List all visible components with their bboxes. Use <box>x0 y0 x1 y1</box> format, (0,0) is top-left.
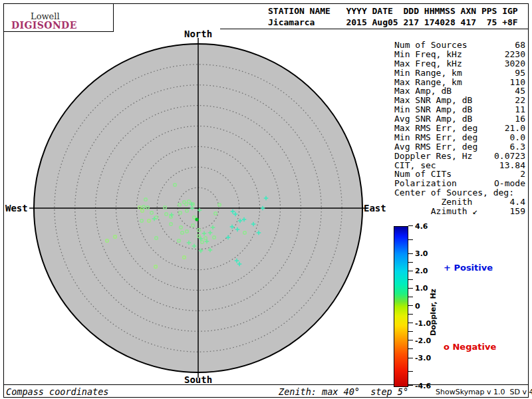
stat-label: Min Freq, kHz <box>394 50 462 59</box>
stat-value: 95 <box>515 68 525 78</box>
stat-row: Min Freq, kHz2230 <box>394 50 525 59</box>
stat-label: Avg RMS Err, deg <box>394 142 477 152</box>
colorbar-tick-label: 2.0 <box>415 267 428 275</box>
stat-row: Avg SNR Amp, dB16 <box>394 114 525 124</box>
stat-value: 68 <box>515 41 525 50</box>
footer-divider <box>3 384 529 385</box>
stat-value: 4.4 <box>510 198 525 207</box>
footer-version-label: ShowSkymap v 1.0 SD v 4.2 <box>436 388 532 396</box>
stat-label: Doppler Res, Hz <box>394 152 472 161</box>
colorbar-tick <box>408 348 413 349</box>
stat-row: Num of Sources68 <box>394 41 525 50</box>
colorbar-tick <box>408 305 413 306</box>
colorbar-tick <box>408 340 413 340</box>
stat-label: Avg SNR Amp, dB <box>394 114 472 124</box>
colorbar-tick <box>408 358 413 358</box>
legend-positive: + Positive <box>444 263 493 273</box>
stat-label: Zenith <box>394 198 472 207</box>
colorbar-tick <box>408 331 413 332</box>
stat-value: 45 <box>515 86 525 96</box>
stat-label: Min RMS Err, deg <box>394 133 477 142</box>
stat-label: Polarization <box>394 179 457 188</box>
stat-row: CIT, sec13.84 <box>394 161 525 170</box>
stat-value: 22 <box>515 96 525 105</box>
stat-row: Max Range, km110 <box>394 78 525 87</box>
stat-label: Max SNR Amp, dB <box>394 96 472 105</box>
colorbar-tick-label: 1.0 <box>415 285 428 292</box>
footer-zenith-label: Zenith: max 40° step 5° <box>279 386 408 397</box>
colorbar-tick <box>408 371 413 372</box>
stat-label: Max Freq, kHz <box>394 59 462 68</box>
stat-value: 13.84 <box>499 161 525 170</box>
stat-value: 110 <box>510 78 525 87</box>
stat-value: O-mode <box>494 179 525 188</box>
stat-value: 0.0 <box>510 133 525 142</box>
stat-value: 6.3 <box>510 142 525 152</box>
stat-value: 2230 <box>505 50 525 59</box>
stat-label: Max RMS Err, deg <box>394 124 477 133</box>
colorbar-tick <box>408 271 413 271</box>
colorbar-tick-label: 4.6 <box>415 223 428 230</box>
stat-value: 3020 <box>505 59 525 68</box>
stat-label: Center of Sources, deg: <box>394 188 514 198</box>
header-columns: STATION NAME YYYY DATE DDD HHMMSS AXN PP… <box>268 6 518 16</box>
logo-digisonde-text: DIGISONDE <box>11 20 77 31</box>
stat-row: Doppler Res, Hz0.0723 <box>394 152 525 161</box>
header-divider <box>220 29 529 29</box>
stat-label: Min SNR Amp, dB <box>394 105 472 114</box>
colorbar-tick <box>408 385 413 386</box>
compass-label-east: East <box>364 203 386 213</box>
stat-row: Azimuth ↙159 <box>394 207 525 216</box>
compass-label-south: South <box>184 374 212 385</box>
stat-label: Max Amp, dB <box>394 86 452 96</box>
colorbar-tick <box>408 239 413 240</box>
colorbar-tick-label: -4.6 <box>415 382 431 390</box>
doppler-colorbar <box>394 226 408 387</box>
stat-row: Min Range, km95 <box>394 68 525 78</box>
stat-row: Min SNR Amp, dB11 <box>394 105 525 114</box>
colorbar-tick <box>408 279 413 280</box>
stats-panel: Num of Sources68Min Freq, kHz2230Max Fre… <box>394 41 525 216</box>
stat-label: Azimuth ↙ <box>394 207 477 216</box>
compass-label-west: West <box>5 203 28 213</box>
colorbar-tick <box>408 314 413 315</box>
stat-value: 16 <box>515 114 525 124</box>
stat-label: Max Range, km <box>394 78 462 87</box>
stat-row: PolarizationO-mode <box>394 179 525 188</box>
colorbar-tick <box>408 225 413 226</box>
footer-coordinates-label: Compass coordinates <box>6 386 108 397</box>
colorbar-tick <box>408 323 413 323</box>
legend-negative: o Negative <box>444 342 496 352</box>
stat-value: 11 <box>515 105 525 114</box>
stat-value: 2 <box>520 170 525 179</box>
stat-row: Max RMS Err, deg21.0 <box>394 124 525 133</box>
colorbar-tick-label: 3.0 <box>415 250 428 257</box>
colorbar-tick-label: -2.0 <box>415 337 431 344</box>
stat-row: Max Amp, dB45 <box>394 86 525 96</box>
colorbar-tick-label: 0 <box>415 303 420 310</box>
stat-row: Max SNR Amp, dB22 <box>394 96 525 105</box>
stat-row: Center of Sources, deg: <box>394 188 525 198</box>
stat-row: Num of CITs2 <box>394 170 525 179</box>
stat-label: Num of Sources <box>394 41 467 50</box>
colorbar-tick <box>408 262 413 263</box>
logo-box-border-right <box>113 3 114 31</box>
colorbar-tick <box>408 253 413 254</box>
stat-row: Avg RMS Err, deg6.3 <box>394 142 525 152</box>
showskymap-window: Lowell DIGISONDE STATION NAME YYYY DATE … <box>0 0 532 399</box>
stat-label: Num of CITs <box>394 170 452 179</box>
stat-value: 21.0 <box>505 124 525 133</box>
stat-row: Min RMS Err, deg0.0 <box>394 133 525 142</box>
colorbar-tick <box>408 288 413 289</box>
colorbar-tick-label: -3.0 <box>415 354 431 362</box>
stat-value: 0.0723 <box>494 152 525 161</box>
compass-label-north: North <box>184 29 212 39</box>
colorbar-title: Doppler, Hz <box>429 289 438 336</box>
stat-row: Zenith4.4 <box>394 198 525 207</box>
stat-label: CIT, sec <box>394 161 436 170</box>
stat-label: Min Range, km <box>394 68 462 78</box>
colorbar-tick <box>408 297 413 297</box>
header-values: Jicamarca 2015 Aug05 217 174028 417 75 +… <box>268 17 518 27</box>
stat-value: 159 <box>510 207 525 216</box>
stat-row: Max Freq, kHz3020 <box>394 59 525 68</box>
